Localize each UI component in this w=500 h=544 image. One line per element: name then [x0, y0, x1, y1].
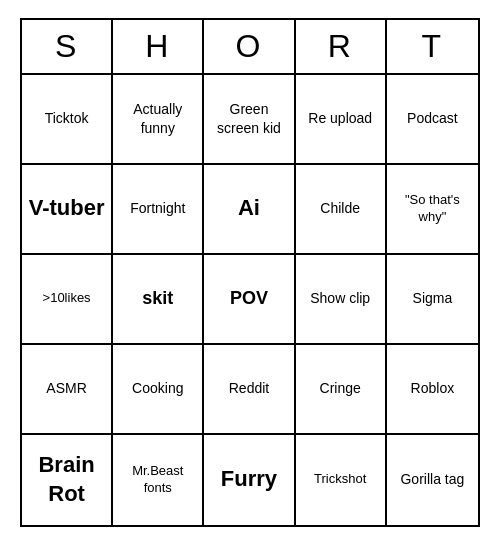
- bingo-cell-text-7: Ai: [238, 194, 260, 223]
- bingo-cell-text-21: Mr.Beast fonts: [117, 463, 198, 497]
- header-letter-t: T: [387, 20, 478, 73]
- bingo-cell-3: Re upload: [296, 75, 387, 165]
- bingo-cell-24: Gorilla tag: [387, 435, 478, 525]
- bingo-cell-19: Roblox: [387, 345, 478, 435]
- bingo-cell-23: Trickshot: [296, 435, 387, 525]
- bingo-cell-22: Furry: [204, 435, 295, 525]
- bingo-cell-14: Sigma: [387, 255, 478, 345]
- bingo-cell-10: >10likes: [22, 255, 113, 345]
- bingo-header: SHORT: [22, 20, 478, 75]
- bingo-cell-text-24: Gorilla tag: [400, 470, 464, 488]
- bingo-cell-text-9: "So that's why": [391, 192, 474, 226]
- bingo-cell-text-3: Re upload: [308, 109, 372, 127]
- bingo-cell-9: "So that's why": [387, 165, 478, 255]
- bingo-cell-text-4: Podcast: [407, 109, 458, 127]
- bingo-cell-text-17: Reddit: [229, 379, 269, 397]
- bingo-cell-text-13: Show clip: [310, 289, 370, 307]
- header-letter-r: R: [296, 20, 387, 73]
- bingo-cell-text-15: ASMR: [46, 379, 86, 397]
- bingo-card: SHORT TicktokActually funnyGreen screen …: [20, 18, 480, 527]
- bingo-cell-text-10: >10likes: [43, 290, 91, 307]
- bingo-cell-text-8: Childe: [320, 199, 360, 217]
- header-letter-o: O: [204, 20, 295, 73]
- bingo-cell-1: Actually funny: [113, 75, 204, 165]
- bingo-cell-text-11: skit: [142, 287, 173, 310]
- bingo-cell-text-23: Trickshot: [314, 471, 366, 488]
- bingo-cell-17: Reddit: [204, 345, 295, 435]
- bingo-cell-16: Cooking: [113, 345, 204, 435]
- bingo-cell-text-16: Cooking: [132, 379, 183, 397]
- bingo-cell-text-2: Green screen kid: [208, 100, 289, 136]
- bingo-cell-text-18: Cringe: [320, 379, 361, 397]
- bingo-cell-text-6: Fortnight: [130, 199, 185, 217]
- bingo-cell-text-5: V-tuber: [29, 194, 105, 223]
- bingo-cell-15: ASMR: [22, 345, 113, 435]
- bingo-cell-13: Show clip: [296, 255, 387, 345]
- bingo-cell-text-19: Roblox: [411, 379, 455, 397]
- bingo-cell-text-1: Actually funny: [117, 100, 198, 136]
- bingo-cell-text-20: Brain Rot: [26, 451, 107, 508]
- header-letter-s: S: [22, 20, 113, 73]
- bingo-cell-6: Fortnight: [113, 165, 204, 255]
- bingo-cell-0: Ticktok: [22, 75, 113, 165]
- bingo-grid: TicktokActually funnyGreen screen kidRe …: [22, 75, 478, 525]
- bingo-cell-text-0: Ticktok: [45, 109, 89, 127]
- bingo-cell-7: Ai: [204, 165, 295, 255]
- bingo-cell-text-14: Sigma: [413, 289, 453, 307]
- bingo-cell-12: POV: [204, 255, 295, 345]
- bingo-cell-20: Brain Rot: [22, 435, 113, 525]
- bingo-cell-5: V-tuber: [22, 165, 113, 255]
- bingo-cell-18: Cringe: [296, 345, 387, 435]
- bingo-cell-21: Mr.Beast fonts: [113, 435, 204, 525]
- bingo-cell-11: skit: [113, 255, 204, 345]
- bingo-cell-4: Podcast: [387, 75, 478, 165]
- bingo-cell-text-12: POV: [230, 287, 268, 310]
- bingo-cell-8: Childe: [296, 165, 387, 255]
- header-letter-h: H: [113, 20, 204, 73]
- bingo-cell-text-22: Furry: [221, 465, 277, 494]
- bingo-cell-2: Green screen kid: [204, 75, 295, 165]
